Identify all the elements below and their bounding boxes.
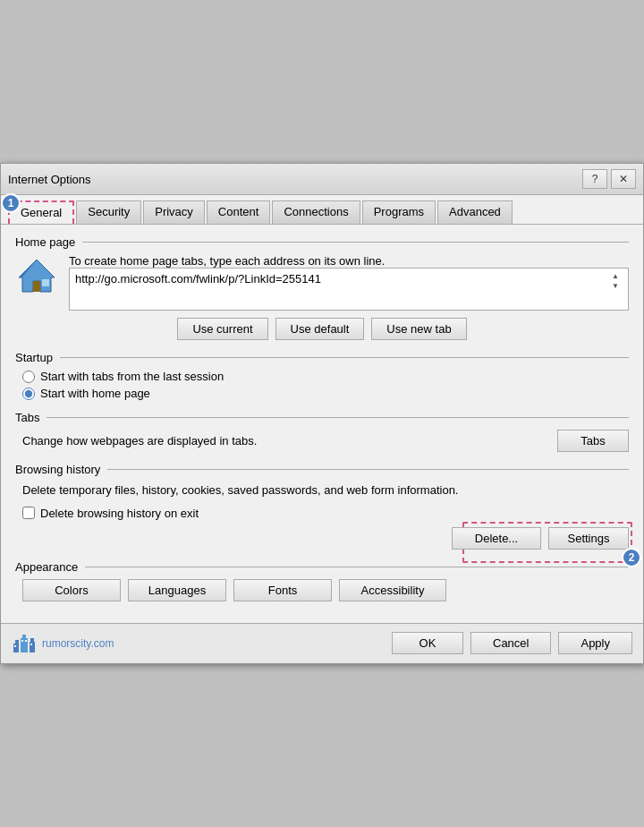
svg-rect-4 xyxy=(13,644,19,652)
tabs-description: Change how webpages are displayed in tab… xyxy=(22,434,257,448)
tabs-button[interactable]: Tabs xyxy=(557,430,629,452)
delete-button[interactable]: Delete... xyxy=(452,527,541,550)
badge-2: 2 xyxy=(622,548,641,567)
home-section-title: Home page xyxy=(15,235,629,249)
url-value: http://go.microsoft.com/fwlink/p/?LinkId… xyxy=(75,272,608,286)
browsing-section-title: Browsing history xyxy=(15,463,629,476)
home-buttons: Use current Use default Use new tab xyxy=(15,318,629,340)
svg-rect-9 xyxy=(30,638,34,642)
startup-home-page-label[interactable]: Start with home page xyxy=(40,387,150,400)
url-box[interactable]: http://go.microsoft.com/fwlink/p/?LinkId… xyxy=(69,268,629,311)
startup-section-title: Startup xyxy=(15,351,629,364)
footer-buttons: OK Cancel Apply xyxy=(392,632,632,654)
window-title: Internet Options xyxy=(8,173,91,186)
startup-last-session-label[interactable]: Start with tabs from the last session xyxy=(40,370,224,383)
title-bar-controls: ? ✕ xyxy=(582,169,636,189)
tabs-row: Change how webpages are displayed in tab… xyxy=(15,430,629,452)
home-icon xyxy=(15,254,58,297)
close-button[interactable]: ✕ xyxy=(611,169,636,189)
tab-content[interactable]: Content xyxy=(207,200,271,224)
svg-rect-7 xyxy=(22,635,26,638)
internet-options-dialog: Internet Options ? ✕ 1 General Security … xyxy=(0,163,644,664)
svg-rect-3 xyxy=(42,279,49,286)
logo-text: rumorscity.com xyxy=(42,637,114,650)
tab-security[interactable]: Security xyxy=(76,200,141,224)
browsing-description: Delete temporary files, history, cookies… xyxy=(15,482,629,499)
delete-history-checkbox[interactable] xyxy=(22,507,35,519)
logo-icon xyxy=(12,631,37,656)
footer: rumorscity.com OK Cancel Apply xyxy=(1,623,643,663)
svg-rect-11 xyxy=(21,640,23,642)
appearance-buttons: Colors Languages Fonts Accessibility xyxy=(15,579,629,601)
url-scrollbar[interactable]: ▲ ▼ xyxy=(608,272,623,290)
delete-history-checkbox-row: Delete browsing history on exit xyxy=(15,507,629,520)
badge-1: 1 xyxy=(1,193,21,213)
appearance-section: Appearance Colors Languages Fonts Access… xyxy=(15,560,629,601)
tabs-section-title: Tabs xyxy=(15,411,629,424)
home-page-section: Home page To create home page tabs, type… xyxy=(15,235,629,340)
svg-rect-2 xyxy=(33,281,40,292)
svg-rect-13 xyxy=(30,644,32,645)
colors-button[interactable]: Colors xyxy=(22,579,121,601)
svg-rect-8 xyxy=(30,642,35,652)
help-button[interactable]: ? xyxy=(582,169,607,189)
startup-option-home-page: Start with home page xyxy=(15,387,629,400)
footer-logo: rumorscity.com xyxy=(12,631,114,656)
tab-general[interactable]: 1 General xyxy=(8,200,74,224)
browsing-history-section: Browsing history Delete temporary files,… xyxy=(15,463,629,550)
settings-button[interactable]: Settings xyxy=(548,527,629,550)
home-description: To create home page tabs, type each addr… xyxy=(69,254,629,268)
svg-rect-10 xyxy=(14,645,16,647)
tabs-bar: 1 General Security Privacy Content Conne… xyxy=(1,195,643,225)
appearance-section-title: Appearance xyxy=(15,560,629,574)
tab-connections[interactable]: Connections xyxy=(272,200,360,224)
tab-privacy[interactable]: Privacy xyxy=(143,200,205,224)
tab-advanced[interactable]: Advanced xyxy=(437,200,513,224)
languages-button[interactable]: Languages xyxy=(128,579,226,601)
tab-programs[interactable]: Programs xyxy=(362,200,436,224)
startup-last-session-radio[interactable] xyxy=(22,371,35,383)
accessibility-button[interactable]: Accessibility xyxy=(339,579,446,601)
startup-option-last-session: Start with tabs from the last session xyxy=(15,370,629,383)
fonts-button[interactable]: Fonts xyxy=(233,579,332,601)
tabs-section: Tabs Change how webpages are displayed i… xyxy=(15,411,629,452)
main-content: Home page To create home page tabs, type… xyxy=(1,225,643,623)
cancel-button[interactable]: Cancel xyxy=(470,632,551,654)
title-bar: Internet Options ? ✕ xyxy=(1,164,643,195)
svg-rect-5 xyxy=(15,640,19,644)
ok-button[interactable]: OK xyxy=(392,632,463,654)
startup-home-page-radio[interactable] xyxy=(22,388,35,400)
use-default-button[interactable]: Use default xyxy=(275,318,365,340)
apply-button[interactable]: Apply xyxy=(558,632,632,654)
startup-section: Startup Start with tabs from the last se… xyxy=(15,351,629,400)
svg-rect-12 xyxy=(25,640,27,642)
delete-buttons-row: Delete... Settings 2 xyxy=(15,527,629,550)
home-row: To create home page tabs, type each addr… xyxy=(15,254,629,311)
delete-history-label[interactable]: Delete browsing history on exit xyxy=(40,507,199,520)
use-new-tab-button[interactable]: Use new tab xyxy=(371,318,466,340)
use-current-button[interactable]: Use current xyxy=(177,318,267,340)
home-text-area: To create home page tabs, type each addr… xyxy=(69,254,629,311)
